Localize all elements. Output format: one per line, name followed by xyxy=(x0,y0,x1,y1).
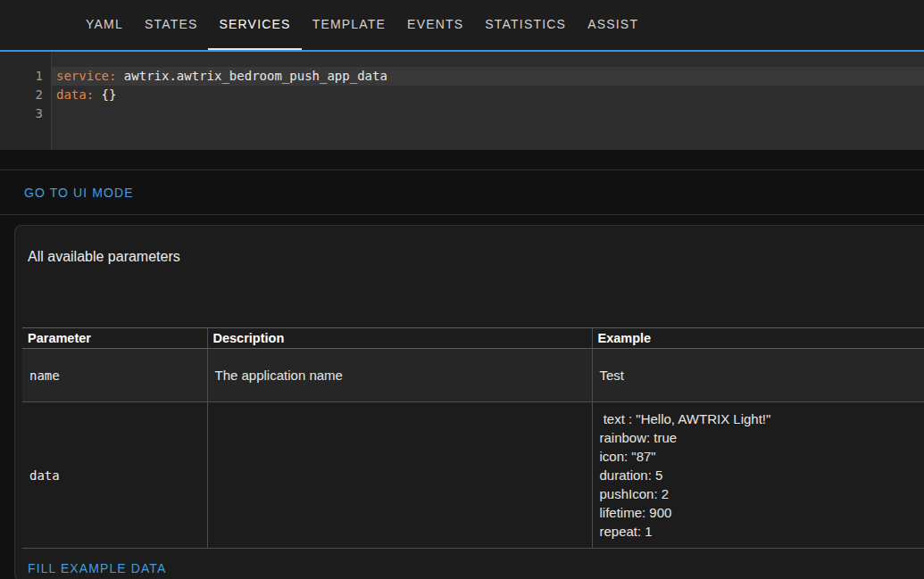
parameter-name-cell: name xyxy=(22,349,207,402)
column-header-parameter: Parameter xyxy=(22,328,207,349)
example-line: text : "Hello, AWTRIX Light!" xyxy=(600,409,918,428)
go-to-ui-mode-link[interactable]: GO TO UI MODE xyxy=(24,186,134,200)
mode-switch-bar: GO TO UI MODE xyxy=(0,170,924,214)
example-line: repeat: 1 xyxy=(600,522,918,541)
tab-assist[interactable]: ASSIST xyxy=(577,0,649,50)
spacer xyxy=(0,150,924,170)
example-line: lifetime: 900 xyxy=(600,503,918,522)
table-row: data text : "Hello, AWTRIX Light!" rainb… xyxy=(22,402,924,549)
tab-template[interactable]: TEMPLATE xyxy=(302,0,396,50)
yaml-key: service: xyxy=(56,69,116,83)
example-line: duration: 5 xyxy=(600,466,918,484)
example-cell: text : "Hello, AWTRIX Light!" rainbow: t… xyxy=(592,402,924,549)
editor-line-1: 1 service: awtrix.awtrix_bedroom_push_ap… xyxy=(0,67,924,86)
fill-example-data-link[interactable]: FILL EXAMPLE DATA xyxy=(28,561,166,575)
tab-statistics[interactable]: STATISTICS xyxy=(474,0,577,50)
yaml-value: awtrix.awtrix_bedroom_push_app_data xyxy=(116,69,387,83)
column-header-example: Example xyxy=(592,328,924,349)
example-line: pushIcon: 2 xyxy=(600,484,918,503)
tab-services[interactable]: SERVICES xyxy=(208,0,301,50)
tab-events[interactable]: EVENTS xyxy=(396,0,474,50)
editor-line-3: 3 xyxy=(0,104,924,123)
line-number: 1 xyxy=(0,67,52,86)
parameters-title: All available parameters xyxy=(28,249,924,265)
tab-states[interactable]: STATES xyxy=(134,0,209,50)
line-number: 2 xyxy=(0,86,52,104)
dev-tools-tab-bar: YAML STATES SERVICES TEMPLATE EVENTS STA… xyxy=(0,0,924,50)
yaml-key: data: xyxy=(56,87,94,102)
parameters-card: All available parameters Parameter Descr… xyxy=(14,225,924,579)
yaml-value: {} xyxy=(94,87,116,102)
editor-line-2: 2 data: {} xyxy=(0,86,924,104)
line-number: 3 xyxy=(0,104,52,123)
parameter-data-cell: data xyxy=(22,402,207,549)
example-line: icon: "87" xyxy=(600,447,918,466)
parameters-table: Parameter Description Example name The a… xyxy=(22,327,924,549)
description-cell: The application name xyxy=(207,349,592,402)
column-header-description: Description xyxy=(207,328,592,349)
example-cell: Test xyxy=(592,349,924,402)
spacer xyxy=(0,215,924,225)
tab-yaml[interactable]: YAML xyxy=(75,0,134,50)
example-line: rainbow: true xyxy=(600,428,918,447)
table-row: name The application name Test xyxy=(22,349,924,402)
description-cell xyxy=(207,402,592,549)
yaml-code-editor[interactable]: 1 service: awtrix.awtrix_bedroom_push_ap… xyxy=(0,52,924,150)
table-header-row: Parameter Description Example xyxy=(22,328,924,349)
